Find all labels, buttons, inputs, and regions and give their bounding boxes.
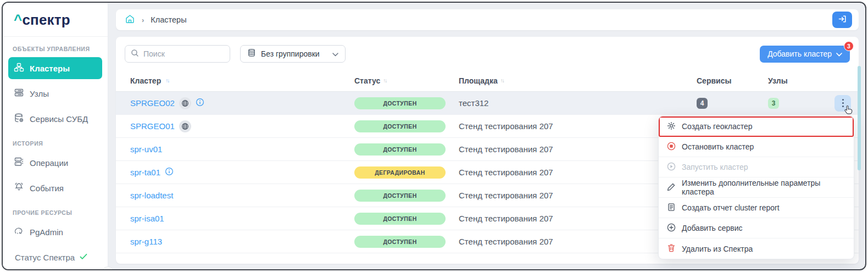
column-header-nodes: Узлы xyxy=(761,76,832,85)
pencil-icon xyxy=(667,182,676,193)
status-badge: ДОСТУПЕН xyxy=(354,190,446,202)
status-cell: ДОСТУПЕН xyxy=(354,236,459,248)
sidebar-section-other: ПРОЧИЕ РЕСУРСЫ xyxy=(3,201,108,219)
grouping-select[interactable]: Без группировки xyxy=(240,45,346,63)
report-icon xyxy=(667,203,676,213)
logo-caret-icon: ^ xyxy=(14,12,22,28)
context-menu-items: Создать геокластер Остановить кластер За… xyxy=(659,116,854,259)
cluster-context-menu: Создать геокластер Остановить кластер За… xyxy=(658,116,854,259)
cluster-link[interactable]: spr-uv01 xyxy=(130,145,162,154)
table-header-row: Кластер↑↓ Статус↑↓ Площадка↑↓ Сервисы Уз… xyxy=(116,70,859,92)
cluster-link[interactable]: spr-ta01 xyxy=(130,168,160,177)
logo-text: спектр xyxy=(22,12,70,28)
sidebar-item-events[interactable]: События xyxy=(8,177,102,199)
menu-item-edit-cluster-params[interactable]: Изменить дополнительные параметры класте… xyxy=(659,177,854,198)
app-window: ^спектр ОБЪЕКТЫ УПРАВЛЕНИЯ Кластеры Узлы… xyxy=(0,0,868,272)
info-icon[interactable] xyxy=(165,167,174,178)
nodes-icon xyxy=(14,87,24,99)
status-cell: ДОСТУПЕН xyxy=(354,213,459,225)
sidebar-item-db-services[interactable]: Сервисы СУБД xyxy=(8,108,102,130)
add-cluster-button[interactable]: Добавить кластер 3 xyxy=(760,46,850,63)
home-icon[interactable] xyxy=(125,14,135,26)
search-box xyxy=(125,45,230,63)
cluster-link[interactable]: spr-isa01 xyxy=(130,214,164,223)
menu-item-delete-from-spektr[interactable]: Удалить из Спектра xyxy=(659,238,854,259)
actions-cell xyxy=(832,95,859,112)
nodes-count-badge[interactable]: 3 xyxy=(768,98,779,109)
sidebar-item-pgadmin[interactable]: PgAdmin xyxy=(8,221,102,243)
row-menu-button[interactable] xyxy=(834,95,851,112)
menu-item-create-geocluster[interactable]: Создать геокластер xyxy=(659,116,854,137)
app-frame: ^спектр ОБЪЕКТЫ УПРАВЛЕНИЯ Кластеры Узлы… xyxy=(2,2,866,270)
sidebar-item-label: Операции xyxy=(30,158,68,168)
status-cell: ДЕГРАДИРОВАН xyxy=(354,166,459,179)
site-cell: Стенд тестирования 207 xyxy=(459,214,692,223)
logout-button[interactable] xyxy=(832,12,852,28)
cluster-cell: spr-g113 xyxy=(116,237,354,246)
chevron-down-icon xyxy=(836,49,842,58)
column-header-site[interactable]: Площадка↑↓ xyxy=(459,76,692,85)
search-icon xyxy=(131,49,139,59)
clusters-icon xyxy=(14,62,24,74)
status-badge: ДОСТУПЕН xyxy=(354,213,446,225)
menu-item-add-service[interactable]: Добавить сервис xyxy=(659,218,854,238)
column-header-services: Сервисы xyxy=(692,76,761,85)
play-icon xyxy=(667,162,676,173)
notification-badge: 3 xyxy=(844,41,854,51)
services-cell: 4 xyxy=(692,98,761,109)
trash-icon xyxy=(667,243,676,254)
vertical-scrollbar[interactable] xyxy=(858,66,861,170)
cluster-link[interactable]: SPRGEO02 xyxy=(130,98,175,108)
menu-item-create-cluster-report[interactable]: Создать отчет cluster report xyxy=(659,198,854,218)
db-services-icon xyxy=(14,113,24,125)
sidebar-item-operations[interactable]: Операции xyxy=(8,152,102,174)
site-cell: тест312 xyxy=(459,98,692,108)
sidebar-item-label: Сервисы СУБД xyxy=(30,114,88,124)
pgadmin-icon xyxy=(14,226,24,238)
search-input[interactable] xyxy=(143,49,224,58)
sidebar-section-history: ИСТОРИЯ xyxy=(3,131,108,150)
status-badge: ДОСТУПЕН xyxy=(354,120,446,132)
status-cell: ДОСТУПЕН xyxy=(354,97,459,109)
cluster-cell: spr-loadtest xyxy=(116,191,354,200)
site-cell: Стенд тестирования 207 xyxy=(459,121,692,131)
column-header-status[interactable]: Статус↑↓ xyxy=(354,76,459,85)
status-cell: ДОСТУПЕН xyxy=(354,120,459,132)
cluster-link[interactable]: SPRGEO01 xyxy=(130,121,175,131)
cluster-link[interactable]: spr-g113 xyxy=(130,237,162,246)
cluster-cell: spr-isa01 xyxy=(116,214,354,223)
sidebar-item-label: PgAdmin xyxy=(30,227,63,237)
sort-icon[interactable]: ↑↓ xyxy=(500,77,504,84)
geocluster-globe-icon xyxy=(179,120,191,132)
status-cell: ДОСТУПЕН xyxy=(354,190,459,202)
menu-item-stop-cluster[interactable]: Остановить кластер xyxy=(659,137,854,157)
sidebar-item-nodes[interactable]: Узлы xyxy=(8,82,102,104)
info-icon[interactable] xyxy=(196,98,204,109)
services-count-badge[interactable]: 4 xyxy=(697,98,708,109)
breadcrumb: › Кластеры xyxy=(116,9,859,30)
spektr-status: Статус Спектра xyxy=(3,245,108,268)
breadcrumb-chevron-icon: › xyxy=(142,16,144,24)
gear-icon xyxy=(667,121,676,132)
check-icon xyxy=(79,252,88,263)
site-cell: Стенд тестирования 207 xyxy=(459,168,692,177)
add-cluster-label: Добавить кластер xyxy=(767,49,832,58)
sidebar-item-clusters[interactable]: Кластеры xyxy=(8,57,102,79)
site-cell: Стенд тестирования 207 xyxy=(459,145,692,154)
plus-circle-icon xyxy=(667,223,676,234)
sort-icon[interactable]: ↑↓ xyxy=(165,77,169,84)
cluster-cell: SPRGEO01 xyxy=(116,120,354,132)
status-badge: ДЕГРАДИРОВАН xyxy=(354,166,446,179)
grouping-icon xyxy=(247,48,256,59)
operations-icon xyxy=(14,157,24,169)
menu-item-start-cluster: Запустить кластер xyxy=(659,157,854,177)
status-label: Статус Спектра xyxy=(15,253,75,262)
grouping-value: Без группировки xyxy=(261,49,327,58)
geocluster-globe-icon xyxy=(179,97,191,109)
sort-icon[interactable]: ↑↓ xyxy=(383,77,386,84)
column-header-cluster[interactable]: Кластер↑↓ xyxy=(116,76,354,85)
table-row-sprgeo02[interactable]: SPRGEO02 ДОСТУПЕН тест312 4 3 xyxy=(116,92,859,115)
breadcrumb-page[interactable]: Кластеры xyxy=(151,15,186,24)
status-badge: ДОСТУПЕН xyxy=(354,236,446,248)
cluster-link[interactable]: spr-loadtest xyxy=(130,191,173,200)
